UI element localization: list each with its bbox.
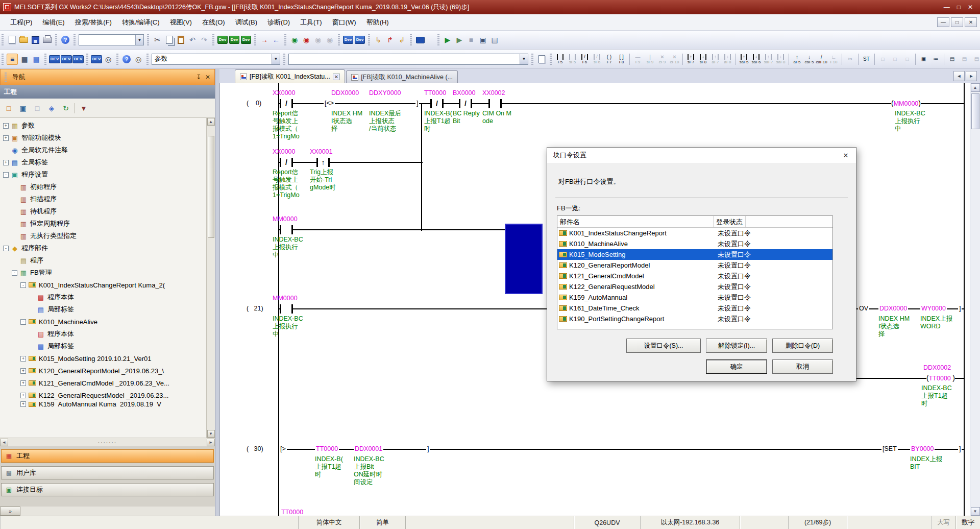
dev-comment-2-icon[interactable]: DEV <box>61 54 71 64</box>
unlock-button[interactable]: 解除锁定(I)... <box>706 339 767 353</box>
tree-item-K001_IndexStatusChangeReport Kuma_2([interactable]: -K001_IndexStatusChangeReport Kuma_2( <box>0 279 206 291</box>
paste-icon[interactable] <box>176 35 186 45</box>
contact-nc-TT0000[interactable]: / <box>430 99 444 108</box>
tree-item-FB管理[interactable]: -▦FB管理 <box>0 267 206 279</box>
tree-item-K015_ModeSetting 2019.10.21_Ver01[interactable]: +K015_ModeSetting 2019.10.21_Ver01 <box>0 352 206 365</box>
ladder-symbol-F6-button[interactable]: /F6 <box>579 52 590 66</box>
collapse-chevron[interactable]: » <box>0 507 20 516</box>
jump-forward-icon[interactable]: ↱ <box>385 35 395 45</box>
mdi-minimize-icon[interactable]: — <box>937 17 949 27</box>
toolbar-grip[interactable] <box>2 54 4 65</box>
dialog-title-bar[interactable]: 块口令设置 ✕ <box>547 148 856 163</box>
paste-item-icon[interactable]: □ <box>32 103 43 114</box>
tree-item-程序本体[interactable]: ▤程序本体 <box>0 328 206 340</box>
toolbar-grip[interactable] <box>86 54 88 65</box>
contact-no-XX0002[interactable] <box>488 99 502 108</box>
tree-item-K122_GeneralRequestModel _2019.06.23...[interactable]: +K122_GeneralRequestModel _2019.06.23... <box>0 389 206 401</box>
toolbar-grip[interactable] <box>550 54 552 65</box>
tree-item-局部标签[interactable]: ▤局部标签 <box>0 303 206 316</box>
dev-comment-1-icon[interactable]: DEV <box>50 54 60 64</box>
tab-[FB]读取 K010_MachineAlive (...[interactable]: [FB]读取 K010_MachineAlive (... <box>346 70 458 83</box>
tree-item-恒定周期程序[interactable]: ▥恒定周期程序 <box>0 218 206 230</box>
instruction-text[interactable]: ] <box>426 445 430 452</box>
add-item-icon[interactable]: □ <box>3 103 14 114</box>
contact-nc-XX0000[interactable]: / <box>280 158 293 167</box>
dialog-close-icon[interactable]: ✕ <box>836 148 856 163</box>
monitor-mode-icon[interactable]: ▶ <box>443 35 453 45</box>
minimize-button[interactable]: — <box>944 4 950 11</box>
refresh-icon[interactable]: ↻ <box>60 103 71 114</box>
copy-icon[interactable] <box>164 35 174 45</box>
tree-item-程序部件[interactable]: -◆程序部件 <box>0 242 206 254</box>
fb-list-row-K001_IndexStatusChangeReport[interactable]: K001_IndexStatusChangeReport未设置口令 <box>557 228 832 238</box>
tab-scroll-left-icon[interactable]: ◄ <box>953 71 965 81</box>
ladder-symbol-caF10-button[interactable]: /caF10 <box>816 52 827 66</box>
ladder-symbol-aF7-button[interactable]: ↑aF7 <box>710 52 721 66</box>
ladder-symbol-sF7-button[interactable]: ↑sF7 <box>685 52 696 66</box>
toolbar-grip[interactable] <box>212 34 214 45</box>
monitor-stop-icon[interactable]: ■ <box>466 35 476 45</box>
window-combo[interactable]: ▼ <box>288 54 528 65</box>
fb-2-icon[interactable]: □ <box>890 52 900 66</box>
watch-2-icon[interactable]: ▤ <box>489 35 500 45</box>
print-icon[interactable] <box>42 35 52 45</box>
program-combo[interactable]: 参数▼ <box>152 54 280 65</box>
menu-视图(V)[interactable]: 视图(V) <box>165 16 197 29</box>
st-box-icon[interactable]: ST <box>861 52 872 66</box>
editor-vertical-scrollbar[interactable]: ▲ ▼ <box>970 83 980 516</box>
ladder-symbol-F9-button[interactable]: —F9 <box>632 52 643 66</box>
instruction-text[interactable]: [> <box>279 445 287 452</box>
instruction-text[interactable]: DDX0001 <box>354 445 383 452</box>
property-icon[interactable]: ◈ <box>46 103 57 114</box>
chevron-down-icon[interactable]: ▼ <box>135 35 143 45</box>
mdi-close-icon[interactable]: ✕ <box>965 17 977 27</box>
toolbar-grip[interactable] <box>437 34 439 45</box>
tree-item-K121_GeneralCmdModel _2019.06.23_Ve...[interactable]: +K121_GeneralCmdModel _2019.06.23_Ve... <box>0 377 206 389</box>
contact-no-MM0000[interactable] <box>280 225 293 234</box>
chevron-down-icon[interactable]: ▼ <box>520 54 528 64</box>
scroll-left-icon[interactable]: ◄ <box>0 439 8 446</box>
ladder-symbol-cF9-button[interactable]: ✕cF9 <box>657 52 668 66</box>
toolbar-grip[interactable] <box>368 34 370 45</box>
fb-list-row-K010_MachineAlive[interactable]: K010_MachineAlive未设置口令 <box>557 238 832 249</box>
tree-item-全局标签[interactable]: +▤全局标签 <box>0 156 206 169</box>
menu-工程(P)[interactable]: 工程(P) <box>5 16 37 29</box>
jump-list-icon[interactable]: ↲ <box>397 35 407 45</box>
redo-icon[interactable]: ↷ <box>199 35 209 45</box>
view-button-工程[interactable]: ▦工程 <box>1 449 214 463</box>
tree-expander-icon[interactable]: + <box>20 393 26 398</box>
pin-icon[interactable]: ↧ <box>196 74 201 81</box>
coil-MM0000[interactable]: (MM0000) <box>891 99 921 107</box>
tree-expander-icon[interactable]: - <box>12 270 17 276</box>
tree-item-程序[interactable]: ▤程序 <box>0 254 206 267</box>
verify-result-1-icon[interactable]: ◉ <box>313 35 323 45</box>
tab-scroll-right-icon[interactable]: ► <box>966 71 977 81</box>
tree-expander-icon[interactable]: + <box>3 135 9 141</box>
tree-horizontal-scrollbar[interactable]: ◄ ······· ► <box>0 438 215 446</box>
tree-expander-icon[interactable]: + <box>3 123 9 129</box>
dev-display-icon[interactable]: DEV <box>91 54 102 64</box>
ladder-symbol-F5-button[interactable]: F5 <box>555 52 566 66</box>
set-password-button[interactable]: 设置口令(S)... <box>626 339 701 353</box>
tree-expander-icon[interactable]: + <box>20 356 26 362</box>
ladder-symbol-caF5-button[interactable]: ↓caF5 <box>804 52 815 66</box>
view-button-用户库[interactable]: ▩用户库 <box>1 466 214 479</box>
ok-button[interactable]: 确定 <box>706 359 767 374</box>
toolbar-grip[interactable] <box>74 34 76 45</box>
scroll-track[interactable]: ······· <box>8 440 207 445</box>
column-name[interactable]: 部件名 <box>557 216 714 227</box>
tree-item-全局软元件注释[interactable]: ◉全局软元件注释 <box>0 144 206 156</box>
mdi-restore-icon[interactable]: □ <box>951 17 963 27</box>
toolbar-grip[interactable] <box>2 34 4 45</box>
scroll-up-icon[interactable]: ▲ <box>207 118 215 126</box>
instruction-text[interactable]: ] <box>958 445 962 452</box>
device-monitor-2-icon[interactable]: Dev <box>229 35 239 45</box>
help-icon[interactable]: ? <box>60 35 70 45</box>
fb-list-row-K122_GeneralRequestModel[interactable]: K122_GeneralRequestModel未设置口令 <box>557 281 832 292</box>
verify-result-2-icon[interactable]: ◉ <box>325 35 335 45</box>
ladder-symbol-saF7-button[interactable]: ↑saF7 <box>763 52 774 66</box>
scroll-down-icon[interactable]: ▼ <box>207 430 215 438</box>
fb-list-row-K015_ModeSetting[interactable]: K015_ModeSetting未设置口令 <box>557 249 832 260</box>
inline-st-icon[interactable]: ▣ <box>918 52 929 66</box>
read-from-plc-icon[interactable]: ← <box>271 35 281 45</box>
